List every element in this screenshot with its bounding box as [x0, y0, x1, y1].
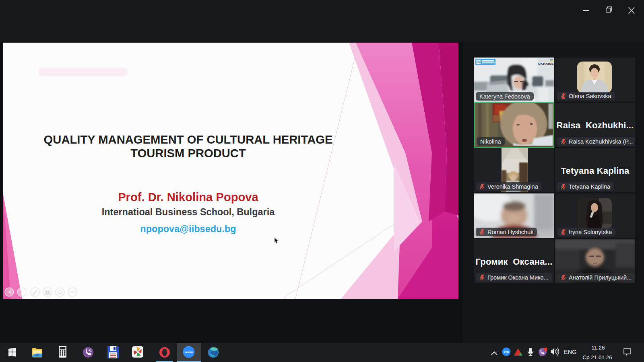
- svg-text:UKRAINE: UKRAINE: [538, 62, 554, 66]
- svg-text:Fн: Fн: [477, 61, 481, 64]
- svg-text:zoom: zoom: [185, 350, 193, 354]
- svg-text:ENG: ENG: [564, 349, 576, 355]
- svg-text:11:26: 11:26: [592, 345, 605, 351]
- svg-text:Ср 21.01.26: Ср 21.01.26: [582, 354, 612, 360]
- svg-text:zm: zm: [504, 350, 509, 354]
